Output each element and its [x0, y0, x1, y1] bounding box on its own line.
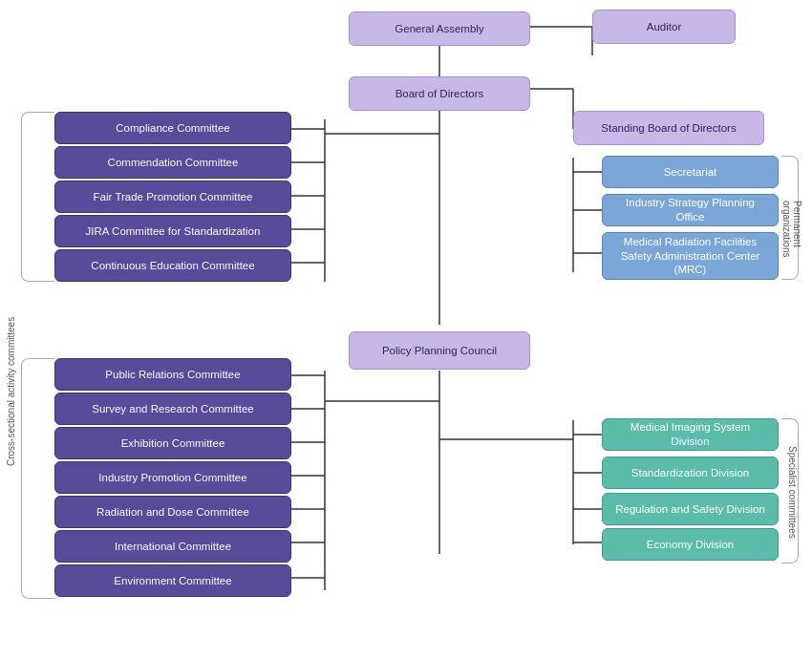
- auditor-node: Auditor: [592, 10, 736, 44]
- exhibition-node: Exhibition Committee: [54, 427, 291, 459]
- compliance-node: Compliance Committee: [54, 112, 291, 144]
- org-chart: General Assembly Auditor Board of Direct…: [0, 0, 812, 659]
- industry-strategy-node: Industry Strategy Planning Office: [602, 194, 779, 226]
- standardization-node: Standardization Division: [602, 457, 779, 489]
- industry-promo-node: Industry Promotion Committee: [54, 461, 291, 494]
- permanent-label: Permanent organizations: [783, 201, 801, 277]
- cross-sectional-label: Cross-sectional activity committees: [2, 191, 19, 592]
- environment-node: Environment Committee: [54, 564, 291, 597]
- commendation-node: Commendation Committee: [54, 146, 291, 179]
- policy-planning-node: Policy Planning Council: [349, 331, 530, 370]
- upper-cross-sectional-brace: [21, 112, 54, 282]
- board-of-directors-node: Board of Directors: [349, 76, 530, 111]
- medical-imaging-node: Medical Imaging System Division: [602, 418, 779, 451]
- international-node: International Committee: [54, 530, 291, 563]
- specialist-label: Specialist committees: [783, 444, 801, 540]
- standing-board-node: Standing Board of Directors: [573, 111, 764, 145]
- radiation-dose-node: Radiation and Dose Committee: [54, 496, 291, 528]
- secretariat-node: Secretariat: [602, 156, 779, 188]
- lower-cross-sectional-brace: [21, 358, 54, 599]
- general-assembly-node: General Assembly: [349, 11, 530, 46]
- mrc-node: Medical Radiation Facilities Safety Admi…: [602, 232, 779, 280]
- jira-node: JIRA Committee for Standardization: [54, 215, 291, 247]
- public-relations-node: Public Relations Committee: [54, 358, 291, 391]
- economy-node: Economy Division: [602, 528, 779, 561]
- regulation-safety-node: Regulation and Safety Division: [602, 493, 779, 525]
- continuous-ed-node: Continuous Education Committee: [54, 249, 291, 282]
- fair-trade-node: Fair Trade Promotion Committee: [54, 181, 291, 213]
- survey-research-node: Survey and Research Committee: [54, 393, 291, 425]
